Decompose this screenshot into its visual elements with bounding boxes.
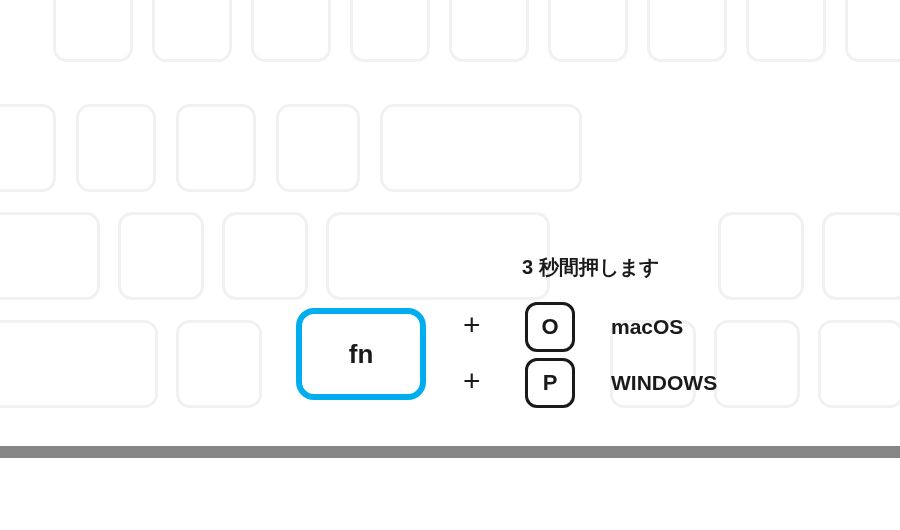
shortcut-key-o: O — [525, 302, 575, 352]
plus-icon: + — [463, 310, 481, 340]
bg-key — [0, 104, 56, 192]
shortcut-key-label: O — [541, 314, 558, 340]
bg-key — [176, 104, 256, 192]
fn-key-label: fn — [349, 339, 374, 370]
bg-key — [276, 104, 360, 192]
bg-key — [647, 0, 727, 62]
bg-key — [0, 212, 100, 300]
keyboard-os-shortcut-diagram: 3 秒間押します fn + + O macOS P WINDOWS — [0, 0, 900, 530]
bg-key — [449, 0, 529, 62]
divider-bar — [0, 446, 900, 458]
bg-key — [718, 212, 804, 300]
fn-key: fn — [296, 308, 426, 400]
bg-key — [548, 0, 628, 62]
bg-key — [176, 320, 262, 408]
shortcut-key-p: P — [525, 358, 575, 408]
bg-key — [350, 0, 430, 62]
bg-key — [152, 0, 232, 62]
bg-key — [380, 104, 582, 192]
bg-key — [822, 212, 900, 300]
bg-key — [53, 0, 133, 62]
bg-key — [118, 212, 204, 300]
plus-icon: + — [463, 366, 481, 396]
hold-duration-caption: 3 秒間押します — [522, 254, 659, 281]
bg-key — [845, 0, 900, 62]
shortcut-key-label: P — [543, 370, 558, 396]
bg-key — [251, 0, 331, 62]
bg-key — [76, 104, 156, 192]
os-label-windows: WINDOWS — [611, 371, 717, 395]
bg-key — [714, 320, 800, 408]
bg-key — [0, 320, 158, 408]
bg-key — [818, 320, 900, 408]
bg-key — [326, 212, 550, 300]
bg-key — [222, 212, 308, 300]
os-label-macos: macOS — [611, 315, 683, 339]
bg-key — [746, 0, 826, 62]
